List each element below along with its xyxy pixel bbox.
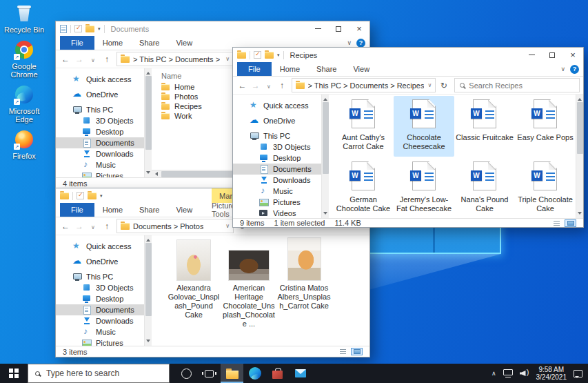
- help-icon[interactable]: [356, 39, 365, 48]
- forward-button[interactable]: [73, 222, 85, 231]
- nav-scrollbar[interactable]: [321, 95, 329, 218]
- desktop-icon[interactable]: Recycle Bin: [2, 3, 46, 34]
- clock[interactable]: 9:58 AM 3/24/2021: [536, 366, 567, 381]
- breadcrumb[interactable]: > This PC > Documents > Recipes: [308, 81, 425, 90]
- tab-file[interactable]: File: [60, 36, 94, 50]
- word-file-tile[interactable]: W Chocolate Cheesecake: [394, 96, 454, 157]
- sidebar-item[interactable]: Desktop: [233, 153, 321, 164]
- ribbon-tab[interactable]: View: [168, 203, 201, 217]
- nav-scrollbar[interactable]: [144, 235, 152, 346]
- desktop-icon[interactable]: Firefox: [2, 129, 46, 160]
- ribbon-tab[interactable]: View: [168, 36, 201, 50]
- scroll-down-icon[interactable]: [146, 171, 150, 176]
- start-button[interactable]: [0, 364, 28, 383]
- photo-file[interactable]: Alexandra Golovac_Unsplash_Pound Cake: [167, 237, 221, 328]
- details-view-button[interactable]: [551, 219, 562, 227]
- back-button[interactable]: [59, 55, 72, 64]
- sidebar-item[interactable]: 3D Objects: [56, 115, 144, 126]
- sidebar-item[interactable]: Quick access: [56, 241, 144, 252]
- address-dropdown-icon[interactable]: [225, 56, 230, 62]
- close-button[interactable]: [562, 48, 583, 62]
- ribbon-tab[interactable]: View: [345, 62, 378, 76]
- scroll-up-icon[interactable]: [146, 237, 150, 242]
- close-button[interactable]: [349, 21, 369, 36]
- minimize-button[interactable]: [521, 48, 542, 62]
- collapse-ribbon-icon[interactable]: [560, 66, 565, 72]
- content-scrollbar[interactable]: [576, 95, 583, 218]
- collapse-ribbon-icon[interactable]: [347, 39, 352, 46]
- edge-button[interactable]: [243, 364, 266, 383]
- sidebar-item[interactable]: Documents: [56, 137, 144, 148]
- tab-file[interactable]: File: [60, 203, 94, 217]
- volume-icon[interactable]: [520, 369, 529, 377]
- ribbon-tab[interactable]: Home: [94, 36, 131, 50]
- scroll-thumb[interactable]: [577, 102, 583, 154]
- word-file-tile[interactable]: W German Chocolate Cake: [333, 158, 394, 218]
- maximize-button[interactable]: [542, 48, 562, 62]
- word-file-tile[interactable]: W Aunt Cathy's Carrot Cake: [333, 96, 394, 157]
- taskbar-search[interactable]: Type here to search: [28, 364, 170, 383]
- scroll-up-icon[interactable]: [578, 96, 582, 101]
- word-file-tile[interactable]: W Easy Cake Pops: [515, 96, 576, 157]
- scroll-thumb[interactable]: [145, 76, 152, 150]
- desktop-icon[interactable]: Google Chrome: [2, 39, 46, 79]
- task-view-button[interactable]: [198, 364, 221, 383]
- breadcrumb[interactable]: > This PC > Documents >: [133, 55, 220, 63]
- minimize-button[interactable]: [307, 21, 328, 36]
- recent-locations-icon[interactable]: [263, 81, 274, 90]
- help-icon[interactable]: [570, 65, 579, 74]
- sidebar-item[interactable]: Music: [233, 186, 321, 197]
- sidebar-item[interactable]: This PC: [233, 130, 321, 141]
- sidebar-item[interactable]: Quick access: [56, 74, 144, 85]
- sidebar-item[interactable]: Documents: [56, 304, 144, 315]
- scroll-down-icon[interactable]: [323, 212, 327, 217]
- sidebar-item[interactable]: Quick access: [233, 100, 321, 111]
- qat-properties-icon[interactable]: [77, 192, 84, 199]
- sidebar-item[interactable]: Downloads: [56, 148, 144, 159]
- sidebar-item[interactable]: OneDrive: [56, 256, 144, 267]
- details-view-button[interactable]: [337, 348, 349, 355]
- sidebar-item[interactable]: Music: [56, 159, 144, 170]
- ribbon-tab[interactable]: Share: [131, 36, 168, 50]
- scroll-thumb[interactable]: [145, 243, 152, 316]
- nav-scrollbar[interactable]: [144, 68, 152, 177]
- large-icons-view-button[interactable]: [565, 219, 576, 227]
- scroll-up-icon[interactable]: [323, 96, 327, 101]
- recent-locations-icon[interactable]: [87, 55, 99, 64]
- word-file-tile[interactable]: W Classic Fruitcake: [454, 96, 515, 157]
- sidebar-item[interactable]: This PC: [56, 271, 144, 282]
- word-file-tile[interactable]: W Jeremy's Low-Fat Cheesecake: [394, 158, 454, 218]
- word-file-tile[interactable]: W Nana's Pound Cake: [454, 158, 515, 218]
- titlebar[interactable]: Recipes: [233, 48, 583, 62]
- up-button[interactable]: [101, 55, 113, 64]
- sidebar-item[interactable]: Downloads: [56, 315, 144, 326]
- ribbon-tab[interactable]: Home: [272, 62, 308, 76]
- address-box[interactable]: Documents > Photos: [116, 219, 234, 233]
- scroll-down-icon[interactable]: [578, 212, 582, 217]
- address-box[interactable]: > This PC > Documents >: [116, 52, 234, 66]
- search-box[interactable]: Search Recipes: [454, 78, 580, 92]
- sidebar-item[interactable]: Desktop: [56, 293, 144, 304]
- refresh-icon[interactable]: [437, 81, 450, 90]
- sidebar-item[interactable]: Music: [56, 326, 144, 337]
- recent-locations-icon[interactable]: [87, 222, 99, 231]
- file-explorer-button[interactable]: [221, 364, 243, 383]
- sidebar-item[interactable]: 3D Objects: [233, 141, 321, 153]
- breadcrumb[interactable]: Documents > Photos: [133, 222, 203, 230]
- ribbon-tab[interactable]: Share: [308, 62, 345, 76]
- sidebar-item[interactable]: Videos: [233, 208, 321, 218]
- maximize-button[interactable]: [328, 21, 349, 36]
- back-button[interactable]: [236, 81, 248, 90]
- scroll-left-icon[interactable]: [153, 172, 158, 176]
- cortana-button[interactable]: [175, 364, 198, 383]
- sidebar-item[interactable]: 3D Objects: [56, 282, 144, 293]
- qat-customize-caret-icon[interactable]: [98, 26, 101, 32]
- desktop-icon[interactable]: Microsoft Edge: [2, 84, 46, 124]
- sidebar-item[interactable]: OneDrive: [56, 89, 144, 100]
- qat-new-folder-icon[interactable]: [85, 26, 94, 32]
- qat-properties-icon[interactable]: [74, 25, 82, 32]
- scroll-down-icon[interactable]: [146, 340, 150, 344]
- forward-button[interactable]: [73, 55, 85, 64]
- word-file-tile[interactable]: W Triple Chocolate Cake: [515, 158, 576, 218]
- hidden-icons-chevron-icon[interactable]: [491, 370, 496, 377]
